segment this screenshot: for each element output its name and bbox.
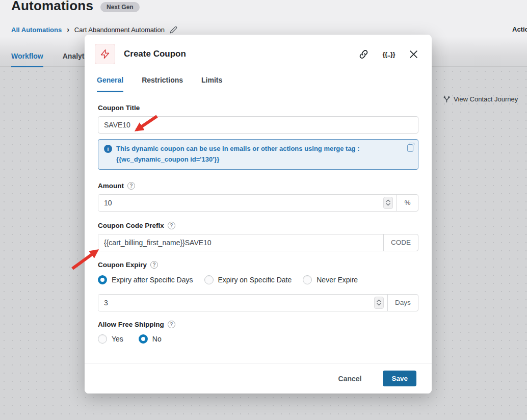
amount-input[interactable] [98,195,383,211]
expiry-days-group: Days [98,294,418,311]
edit-pencil-icon[interactable] [170,26,177,34]
breadcrumb: All Automations › Cart Abandonment Autom… [11,25,177,34]
radio-expiry-on-date[interactable]: Expiry on Specific Date [204,275,292,284]
coupon-code-prefix-label: Coupon Code Prefix ? [98,222,418,229]
close-icon[interactable] [409,49,418,59]
coupon-title-label: Coupon Title [98,104,418,112]
amount-input-group: % [98,194,418,212]
chevron-right-icon: › [67,25,69,34]
modal-title: Create Coupon [124,49,186,59]
expiry-days-input[interactable] [98,295,374,311]
radio-free-shipping-yes[interactable]: Yes [98,334,123,344]
link-icon[interactable] [358,49,369,60]
lightning-icon [95,44,115,64]
coupon-expiry-label: Coupon Expiry ? [98,261,418,269]
radio-unselected-icon [98,334,107,344]
journey-branch-icon [443,95,451,103]
modal-tab-restrictions[interactable]: Restrictions [142,76,183,92]
help-icon[interactable]: ? [168,321,175,328]
coupon-code-prefix-group: CODE [98,234,418,251]
modal-header: Create Coupon {{..}} [85,35,432,64]
modal-tab-limits[interactable]: Limits [201,76,222,92]
breadcrumb-all-automations-link[interactable]: All Automations [11,26,62,34]
next-gen-badge: Next Gen [100,2,140,12]
dynamic-coupon-info-text: This dynamic coupon can be use in emails… [116,144,405,165]
actions-button[interactable]: Actions [512,25,527,33]
save-button[interactable]: Save [383,371,416,386]
radio-unselected-icon [303,275,312,284]
free-shipping-radio-group: Yes No [98,334,418,344]
percent-suffix: % [397,195,418,211]
copy-icon[interactable] [407,144,413,152]
amount-label: Amount ? [98,182,418,190]
dynamic-coupon-info-box: i This dynamic coupon can be use in emai… [98,139,418,170]
allow-free-shipping-label: Allow Free Shipping ? [98,321,418,328]
merge-tags-icon[interactable]: {{..}} [383,50,395,58]
modal-footer: Cancel Save [85,363,432,393]
radio-unselected-icon [204,275,214,284]
radio-selected-icon [98,275,107,284]
cancel-button[interactable]: Cancel [335,374,365,383]
radio-expiry-after-days[interactable]: Expiry after Specific Days [98,275,193,284]
number-stepper[interactable] [383,197,393,209]
radio-selected-icon [139,334,148,344]
radio-never-expire[interactable]: Never Expire [303,275,358,284]
help-icon[interactable]: ? [127,182,135,190]
code-suffix: CODE [383,234,418,251]
modal-tab-general[interactable]: General [97,76,123,92]
info-icon: i [104,145,112,153]
coupon-code-prefix-input[interactable] [98,234,383,251]
view-contact-journey-button[interactable]: View Contact Journey [443,95,518,103]
view-contact-journey-label: View Contact Journey [454,95,518,103]
tab-workflow[interactable]: Workflow [11,52,43,67]
modal-tabs: General Restrictions Limits [85,76,432,92]
number-stepper[interactable] [374,297,384,309]
page-tabs: Workflow Analytics [11,52,94,67]
breadcrumb-current: Cart Abandonment Automation [74,26,165,34]
days-suffix: Days [387,295,418,311]
coupon-title-input[interactable] [98,116,418,134]
page-title: Automations [11,0,93,14]
help-icon[interactable]: ? [150,261,158,269]
create-coupon-modal: Create Coupon {{..}} General Restriction… [85,35,432,393]
coupon-expiry-radio-group: Expiry after Specific Days Expiry on Spe… [98,275,418,284]
help-icon[interactable]: ? [168,222,175,229]
radio-free-shipping-no[interactable]: No [139,334,162,344]
